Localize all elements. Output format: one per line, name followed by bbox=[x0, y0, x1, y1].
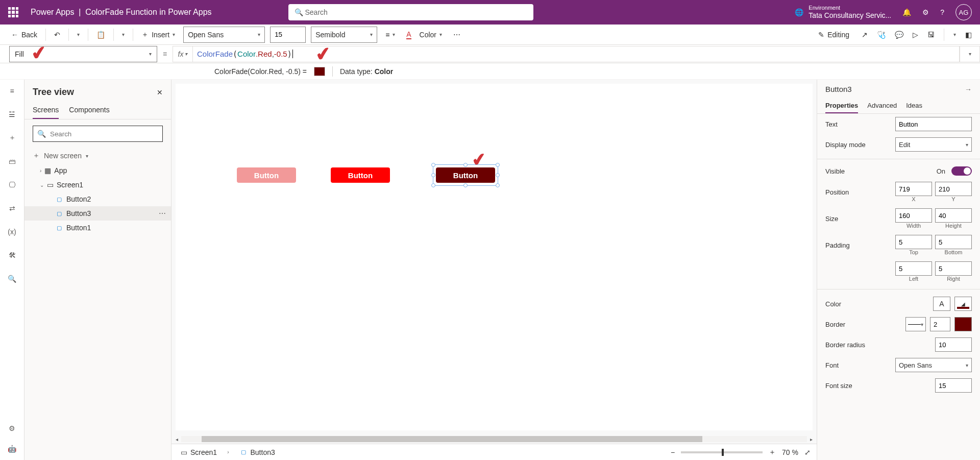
undo-button[interactable]: ↶ bbox=[51, 29, 63, 41]
tab-properties[interactable]: Properties bbox=[825, 99, 858, 113]
insert-button[interactable]: ＋Insert▾ bbox=[138, 28, 178, 41]
property-select[interactable]: Fill▾ ✔ bbox=[9, 46, 157, 62]
checker-icon[interactable]: 🩺 bbox=[877, 31, 886, 39]
prop-font-size-input[interactable] bbox=[935, 378, 972, 393]
visible-toggle[interactable] bbox=[951, 166, 972, 176]
more-icon[interactable]: ⋯ bbox=[159, 209, 166, 217]
next-control-icon[interactable]: → bbox=[965, 85, 972, 93]
tab-screens[interactable]: Screens bbox=[33, 102, 59, 119]
font-select[interactable]: Open Sans▾ bbox=[183, 27, 265, 43]
chevron-down-icon: ⌄ bbox=[40, 182, 44, 188]
play-icon[interactable]: ▷ bbox=[913, 31, 918, 39]
border-style-select[interactable]: ▾ bbox=[905, 317, 926, 331]
canvas-button2[interactable]: Button bbox=[331, 167, 390, 183]
breadcrumb-screen[interactable]: ▭Screen1 bbox=[178, 447, 220, 457]
app-header: Power Apps | ColorFade Function in Power… bbox=[0, 0, 980, 25]
pad-left-input[interactable] bbox=[895, 261, 932, 276]
font-color-button[interactable]: A Color▾ bbox=[403, 28, 445, 41]
zoom-slider[interactable] bbox=[681, 451, 763, 453]
height-input[interactable] bbox=[935, 208, 972, 223]
virtual-agent-icon[interactable]: ◧ bbox=[965, 31, 972, 39]
data-icon[interactable]: 🗃 bbox=[7, 156, 17, 166]
formula-input[interactable]: ColorFade(Color.Red, -0.5) ✔ bbox=[193, 46, 960, 62]
more-button[interactable]: ⋯ bbox=[450, 29, 463, 41]
tree-view-icon[interactable]: ☱ bbox=[7, 109, 17, 119]
variables-icon[interactable]: (x) bbox=[7, 227, 17, 237]
environment-picker[interactable]: 🌐 Environment Tata Consultancy Servic... bbox=[795, 5, 891, 20]
global-search[interactable]: 🔍 Search bbox=[288, 4, 533, 20]
left-rail: ≡ ☱ ＋ 🗃 🖵 ⇄ (x) 🛠 🔍 ⚙ 🤖 bbox=[0, 80, 24, 460]
virtual-agent-rail-icon[interactable]: 🤖 bbox=[7, 444, 17, 454]
border-color-picker[interactable] bbox=[954, 317, 972, 331]
tree-item-button1[interactable]: ▢Button1 bbox=[24, 221, 171, 235]
help-icon[interactable]: ? bbox=[940, 8, 944, 16]
gear-icon[interactable]: ⚙ bbox=[922, 8, 929, 16]
editing-mode[interactable]: ✎Editing bbox=[815, 29, 852, 41]
media-icon[interactable]: 🖵 bbox=[7, 180, 17, 190]
insert-icon[interactable]: ＋ bbox=[7, 133, 17, 143]
save-icon[interactable]: 🖫 bbox=[927, 31, 935, 39]
settings-rail-icon[interactable]: ⚙ bbox=[7, 423, 17, 433]
share-icon[interactable]: ↗ bbox=[862, 31, 868, 39]
zoom-out-button[interactable]: − bbox=[671, 448, 675, 456]
waffle-icon[interactable] bbox=[8, 7, 18, 17]
zoom-level: 70 % bbox=[782, 448, 798, 456]
fill-color-picker[interactable]: ◢ bbox=[954, 297, 972, 311]
search-rail-icon[interactable]: 🔍 bbox=[7, 274, 17, 284]
fit-screen-icon[interactable]: ⤢ bbox=[804, 448, 811, 456]
tools-icon[interactable]: 🛠 bbox=[7, 250, 17, 260]
hamburger-icon[interactable]: ≡ bbox=[7, 86, 17, 96]
prop-text-input[interactable] bbox=[895, 117, 972, 131]
publish-menu[interactable]: ▾ bbox=[953, 32, 956, 37]
undo-menu[interactable]: ▾ bbox=[74, 30, 83, 39]
comments-icon[interactable]: 💬 bbox=[895, 31, 903, 39]
border-radius-input[interactable] bbox=[935, 337, 972, 352]
tree-view-panel: Tree view ✕ Screens Components 🔍 ＋New sc… bbox=[24, 80, 172, 460]
prop-display-mode-select[interactable]: Edit▾ bbox=[895, 137, 972, 152]
design-surface[interactable]: Button Button Button ✔ bbox=[176, 84, 813, 430]
breadcrumb-control[interactable]: ▢Button3 bbox=[236, 447, 278, 457]
paste-menu[interactable]: ▾ bbox=[119, 30, 128, 39]
width-input[interactable] bbox=[895, 208, 932, 223]
tree-item-button3[interactable]: ▢Button3 ⋯ bbox=[24, 206, 171, 221]
canvas-footer: ▭Screen1 › ▢Button3 − ＋ 70 % ⤢ bbox=[172, 444, 817, 460]
pad-right-input[interactable] bbox=[935, 261, 972, 276]
tree-item-app[interactable]: › ▦ App bbox=[24, 163, 171, 178]
font-color-picker[interactable]: A bbox=[933, 297, 950, 311]
pos-y-input[interactable] bbox=[935, 182, 972, 196]
arrow-left-icon: ← bbox=[11, 31, 18, 39]
pad-bottom-input[interactable] bbox=[935, 235, 972, 249]
tab-advanced[interactable]: Advanced bbox=[867, 99, 897, 113]
tree-search-input[interactable] bbox=[50, 130, 158, 138]
new-screen-button[interactable]: ＋New screen▾ bbox=[24, 148, 171, 163]
button-icon: ▢ bbox=[55, 209, 63, 217]
formula-result-bar: ColorFade(Color.Red, -0.5) = Data type: … bbox=[0, 63, 980, 80]
canvas-button3[interactable]: Button bbox=[436, 167, 495, 183]
tab-components[interactable]: Components bbox=[69, 102, 109, 119]
close-icon[interactable]: ✕ bbox=[157, 88, 163, 96]
button-icon: ▢ bbox=[239, 448, 248, 456]
search-icon: 🔍 bbox=[295, 8, 303, 16]
prop-font-select[interactable]: Open Sans▾ bbox=[895, 358, 972, 372]
font-size-input[interactable] bbox=[270, 27, 306, 43]
canvas-button1[interactable]: Button bbox=[237, 167, 296, 183]
align-button[interactable]: ≡▾ bbox=[382, 29, 398, 41]
tree-item-screen1[interactable]: ⌄ ▭ Screen1 bbox=[24, 178, 171, 192]
tab-ideas[interactable]: Ideas bbox=[906, 99, 922, 113]
tree-search[interactable]: 🔍 bbox=[33, 126, 163, 142]
pad-top-input[interactable] bbox=[895, 235, 932, 249]
undo-icon: ↶ bbox=[54, 31, 60, 39]
expand-formula-button[interactable]: ▾ bbox=[960, 46, 980, 62]
bell-icon[interactable]: 🔔 bbox=[902, 8, 911, 16]
avatar[interactable]: AG bbox=[955, 4, 972, 20]
back-button[interactable]: ←Back bbox=[8, 29, 40, 41]
border-width-input[interactable] bbox=[930, 317, 950, 331]
tree-item-button2[interactable]: ▢Button2 bbox=[24, 192, 171, 206]
font-weight-select[interactable]: Semibold▾ bbox=[311, 27, 377, 43]
zoom-in-button[interactable]: ＋ bbox=[769, 448, 776, 457]
pos-x-input[interactable] bbox=[895, 182, 932, 196]
paste-button[interactable]: 📋 bbox=[93, 29, 108, 41]
fx-button[interactable]: fx▾ bbox=[173, 46, 193, 62]
horizontal-scrollbar[interactable]: ◂ ▸ bbox=[172, 434, 817, 444]
flows-icon[interactable]: ⇄ bbox=[7, 203, 17, 213]
